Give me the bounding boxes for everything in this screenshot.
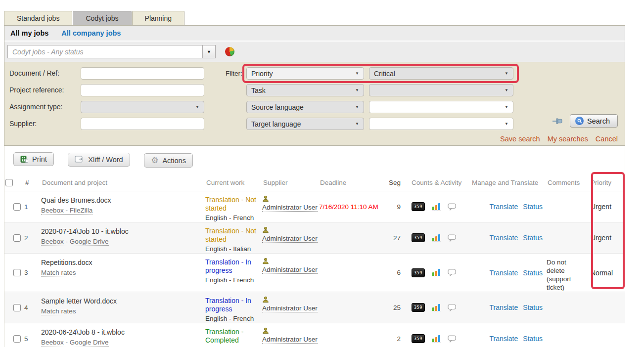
- word-count-badge[interactable]: 359: [412, 202, 425, 211]
- search-button[interactable]: Search: [570, 114, 618, 128]
- table-header: # Document and project Current work Supp…: [4, 174, 625, 191]
- my-searches-link[interactable]: My searches: [548, 135, 588, 143]
- document-name: Repetitions.docx: [41, 259, 205, 266]
- row-checkbox[interactable]: [13, 335, 21, 343]
- filter-source-language-select[interactable]: Source language▼: [246, 101, 364, 113]
- project-link[interactable]: Match rates: [41, 307, 76, 315]
- filter-target-language-value-select[interactable]: ▼: [369, 118, 513, 130]
- row-checkbox[interactable]: [13, 234, 21, 242]
- word-count-badge[interactable]: 359: [412, 303, 425, 312]
- translate-link[interactable]: Translate: [489, 304, 518, 311]
- saved-search-row: ▼: [4, 42, 625, 62]
- translate-link[interactable]: Translate: [489, 269, 518, 277]
- row-checkbox[interactable]: [13, 203, 21, 211]
- status-link[interactable]: Status: [523, 234, 543, 242]
- chevron-down-icon: ▼: [355, 105, 359, 109]
- cancel-link[interactable]: Cancel: [596, 135, 618, 143]
- document-ref-input[interactable]: [81, 67, 204, 80]
- filter-source-language-value-select[interactable]: ▼: [369, 101, 513, 113]
- deadline: [319, 222, 383, 253]
- col-current-work: Current work: [205, 179, 262, 186]
- status-link[interactable]: Status: [523, 335, 543, 343]
- table-row: 1 Quai des Brumes.docx Beebox - FileZill…: [4, 191, 625, 222]
- pin-icon[interactable]: [552, 118, 563, 125]
- bar-chart-icon[interactable]: [432, 304, 441, 311]
- all-company-jobs-link[interactable]: All company jobs: [61, 29, 121, 37]
- work-status: Translation - Not started: [205, 196, 256, 212]
- chevron-down-icon: ▼: [505, 88, 508, 92]
- bar-chart-icon[interactable]: [432, 269, 441, 276]
- row-number: 5: [24, 323, 41, 347]
- col-priority: Priority: [584, 179, 617, 186]
- supplier-link[interactable]: Administrator User: [262, 336, 318, 344]
- comment-bubble-icon[interactable]: [448, 234, 456, 242]
- word-count-badge[interactable]: 359: [412, 268, 425, 277]
- supplier-link[interactable]: Administrator User: [262, 235, 318, 243]
- project-link[interactable]: Beebox - Google Drive: [41, 339, 109, 347]
- status-link[interactable]: Status: [523, 269, 543, 277]
- priority-value: Normal: [584, 254, 617, 292]
- priority-value: [584, 292, 617, 323]
- filter-priority-value-select[interactable]: Critical▼: [369, 67, 513, 80]
- user-icon: [262, 226, 269, 233]
- chevron-down-icon: ▼: [505, 71, 508, 76]
- tab-planning[interactable]: Planning: [132, 11, 185, 25]
- tab-standard-jobs[interactable]: Standard jobs: [4, 11, 72, 25]
- comment-bubble-icon[interactable]: [448, 203, 456, 211]
- row-checkbox[interactable]: [13, 304, 21, 311]
- language-pair: English - French: [205, 276, 258, 284]
- bar-chart-icon[interactable]: [432, 234, 441, 242]
- user-icon: [262, 327, 269, 334]
- word-count-badge[interactable]: 359: [412, 334, 425, 343]
- translate-link[interactable]: Translate: [489, 203, 518, 211]
- status-link[interactable]: Status: [523, 304, 543, 311]
- row-checkbox[interactable]: [13, 269, 21, 276]
- filter-priority-select[interactable]: Priority▼: [246, 67, 364, 80]
- translate-link[interactable]: Translate: [489, 335, 518, 343]
- table-row: 2 2020-07-14\Job 10 - it.wbloc Beebox - …: [4, 222, 625, 254]
- row-number: 3: [24, 254, 41, 292]
- deadline: 7/16/2020 11:10 AM: [319, 191, 383, 222]
- comment-bubble-icon[interactable]: [448, 304, 456, 311]
- status-link[interactable]: Status: [523, 203, 543, 211]
- supplier-link[interactable]: Administrator User: [262, 304, 318, 312]
- priority-value: [584, 323, 617, 347]
- bar-chart-icon[interactable]: [432, 335, 441, 343]
- col-seg: Seg: [383, 179, 406, 186]
- select-all-checkbox[interactable]: [5, 179, 13, 186]
- segment-count: 6: [383, 254, 406, 292]
- priority-value: Urgent: [584, 191, 617, 222]
- actions-button[interactable]: ⚙ Actions: [144, 153, 193, 168]
- saved-search-input[interactable]: [7, 45, 203, 58]
- supplier-link[interactable]: Administrator User: [262, 266, 318, 274]
- user-icon: [262, 195, 269, 202]
- filter-target-language-select[interactable]: Target language▼: [246, 118, 364, 130]
- excel-print-icon: [20, 155, 28, 163]
- filter-task-select[interactable]: Task▼: [246, 84, 364, 96]
- project-reference-input[interactable]: [81, 84, 204, 96]
- comments-text: Do not delete (support ticket): [547, 254, 584, 292]
- saved-search-dropdown-button[interactable]: ▼: [202, 45, 216, 58]
- project-link[interactable]: Match rates: [41, 269, 76, 277]
- translate-link[interactable]: Translate: [489, 234, 518, 242]
- jobs-table: # Document and project Current work Supp…: [4, 174, 625, 347]
- filter-task-value-select[interactable]: ▼: [369, 84, 513, 96]
- all-my-jobs-link[interactable]: All my jobs: [10, 29, 48, 37]
- tab-codyt-jobs[interactable]: Codyt jobs: [73, 11, 131, 25]
- bar-chart-icon[interactable]: [432, 203, 441, 211]
- document-ref-label: Document / Ref:: [9, 67, 81, 80]
- supplier-input[interactable]: [81, 118, 204, 130]
- word-count-badge[interactable]: 359: [412, 233, 425, 242]
- save-search-link[interactable]: Save search: [500, 135, 540, 143]
- project-link[interactable]: Beebox - FileZilla: [41, 207, 92, 215]
- print-button[interactable]: Print: [13, 152, 54, 166]
- pie-chart-icon[interactable]: [225, 47, 234, 56]
- filter-dropdowns: Filter: Priority▼ Critical▼ Task▼: [226, 67, 513, 134]
- project-link[interactable]: Beebox - Google Drive: [41, 238, 109, 246]
- comment-bubble-icon[interactable]: [448, 335, 456, 343]
- xliff-word-button[interactable]: Xliff / Word: [68, 153, 130, 167]
- supplier-link[interactable]: Administrator User: [262, 204, 318, 212]
- assignment-type-select[interactable]: ▼: [81, 101, 204, 113]
- row-number: 2: [24, 222, 41, 253]
- comment-bubble-icon[interactable]: [448, 269, 456, 276]
